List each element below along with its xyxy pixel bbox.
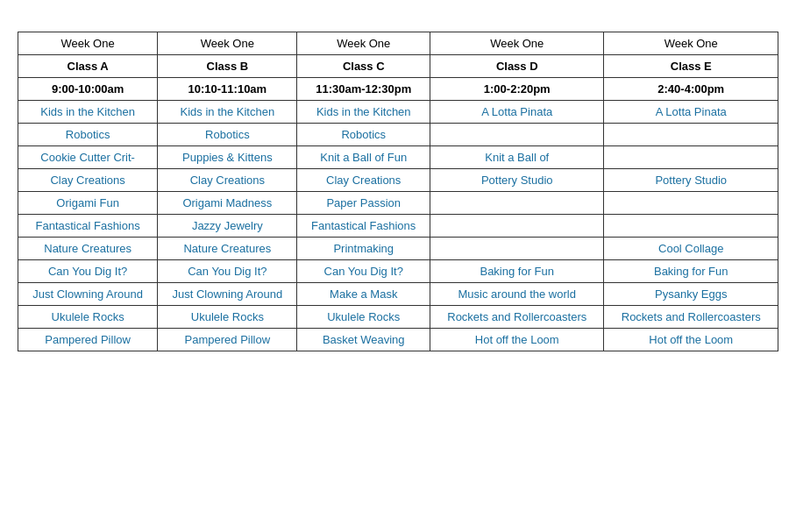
header-row2-col1: 10:10-11:10am — [158, 78, 297, 101]
header-row2-col2: 11:30am-12:30pm — [297, 78, 430, 101]
table-row: Nature CreaturesNature CreaturesPrintmak… — [18, 238, 778, 260]
data-row7-col3: Baking for Fun — [430, 260, 604, 283]
header-row2-col0: 9:00-10:00am — [18, 78, 158, 101]
data-row6-col3 — [430, 238, 604, 260]
data-row1-col4 — [604, 124, 778, 146]
header-row1-col1: Class B — [158, 55, 297, 78]
data-row9-col3: Rockets and Rollercoasters — [430, 306, 604, 329]
data-row2-col1: Puppies & Kittens — [158, 146, 297, 169]
table-row: Origami FunOrigami MadnessPaper Passion — [18, 192, 778, 215]
data-row4-col4 — [604, 192, 778, 215]
data-row7-col1: Can You Dig It? — [158, 260, 297, 283]
data-row0-col3: A Lotta Pinata — [430, 101, 604, 124]
data-row4-col2: Paper Passion — [297, 192, 430, 215]
data-row8-col0: Just Clowning Around — [18, 283, 158, 306]
data-row3-col4: Pottery Studio — [604, 169, 778, 192]
data-row7-col0: Can You Dig It? — [18, 260, 158, 283]
table-row: Kids in the KitchenKids in the KitchenKi… — [18, 101, 778, 124]
table-row: RoboticsRoboticsRobotics — [18, 124, 778, 146]
data-row0-col1: Kids in the Kitchen — [158, 101, 297, 124]
header-row0-col2: Week One — [297, 32, 430, 55]
data-row3-col2: Clay Creations — [297, 169, 430, 192]
header-row0-col1: Week One — [158, 32, 297, 55]
data-row5-col4 — [604, 215, 778, 238]
data-row8-col2: Make a Mask — [297, 283, 430, 306]
data-row7-col4: Baking for Fun — [604, 260, 778, 283]
data-row3-col0: Clay Creations — [18, 169, 158, 192]
data-row6-col4: Cool Collage — [604, 238, 778, 260]
data-row10-col2: Basket Weaving — [297, 329, 430, 351]
data-row8-col4: Pysanky Eggs — [604, 283, 778, 306]
data-row5-col0: Fantastical Fashions — [18, 215, 158, 238]
data-row6-col0: Nature Creatures — [18, 238, 158, 260]
data-row8-col3: Music around the world — [430, 283, 604, 306]
data-row0-col2: Kids in the Kitchen — [297, 101, 430, 124]
table-row: Cookie Cutter Crit-Puppies & KittensKnit… — [18, 146, 778, 169]
data-row4-col1: Origami Madness — [158, 192, 297, 215]
data-row0-col4: A Lotta Pinata — [604, 101, 778, 124]
data-row2-col2: Knit a Ball of Fun — [297, 146, 430, 169]
data-row10-col4: Hot off the Loom — [604, 329, 778, 351]
data-row1-col3 — [430, 124, 604, 146]
data-row0-col0: Kids in the Kitchen — [18, 101, 158, 124]
schedule-table: Week OneWeek OneWeek OneWeek OneWeek One… — [18, 32, 778, 351]
data-row9-col4: Rockets and Rollercoasters — [604, 306, 778, 329]
table-row: Pampered PillowPampered PillowBasket Wea… — [18, 329, 778, 351]
data-row3-col1: Clay Creations — [158, 169, 297, 192]
data-row1-col0: Robotics — [18, 124, 158, 146]
header-row1-col3: Class D — [430, 55, 604, 78]
data-row2-col4 — [604, 146, 778, 169]
table-row: Just Clowning AroundJust Clowning Around… — [18, 283, 778, 306]
data-row6-col2: Printmaking — [297, 238, 430, 260]
data-row1-col1: Robotics — [158, 124, 297, 146]
data-row6-col1: Nature Creatures — [158, 238, 297, 260]
data-row7-col2: Can You Dig It? — [297, 260, 430, 283]
header-row2-col4: 2:40-4:00pm — [604, 78, 778, 101]
header-row1-col2: Class C — [297, 55, 430, 78]
header-row0-col0: Week One — [18, 32, 158, 55]
data-row4-col3 — [430, 192, 604, 215]
data-row10-col0: Pampered Pillow — [18, 329, 158, 351]
table-row: Ukulele RocksUkulele RocksUkulele RocksR… — [18, 306, 778, 329]
data-row5-col1: Jazzy Jewelry — [158, 215, 297, 238]
data-row3-col3: Pottery Studio — [430, 169, 604, 192]
header-row1-col0: Class A — [18, 55, 158, 78]
data-row9-col2: Ukulele Rocks — [297, 306, 430, 329]
data-row10-col3: Hot off the Loom — [430, 329, 604, 351]
data-row1-col2: Robotics — [297, 124, 430, 146]
table-row: Clay CreationsClay CreationsClay Creatio… — [18, 169, 778, 192]
data-row5-col3 — [430, 215, 604, 238]
data-row8-col1: Just Clowning Around — [158, 283, 297, 306]
header-row0-col4: Week One — [604, 32, 778, 55]
table-row: Can You Dig It?Can You Dig It?Can You Di… — [18, 260, 778, 283]
header-row2-col3: 1:00-2:20pm — [430, 78, 604, 101]
data-row9-col1: Ukulele Rocks — [158, 306, 297, 329]
data-row5-col2: Fantastical Fashions — [297, 215, 430, 238]
header-row0-col3: Week One — [430, 32, 604, 55]
data-row10-col1: Pampered Pillow — [158, 329, 297, 351]
data-row4-col0: Origami Fun — [18, 192, 158, 215]
data-row2-col3: Knit a Ball of — [430, 146, 604, 169]
data-row2-col0: Cookie Cutter Crit- — [18, 146, 158, 169]
header-row1-col4: Class E — [604, 55, 778, 78]
table-row: Fantastical FashionsJazzy JewelryFantast… — [18, 215, 778, 238]
data-row9-col0: Ukulele Rocks — [18, 306, 158, 329]
